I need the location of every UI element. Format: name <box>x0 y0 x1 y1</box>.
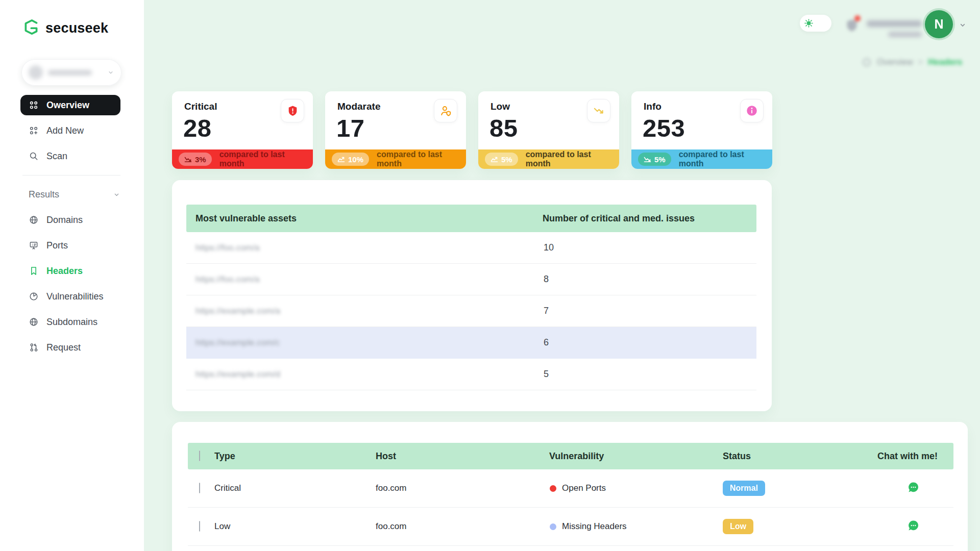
table-row[interactable]: https://example.com/d 5 <box>186 359 756 390</box>
stat-card-label: Info <box>644 101 662 112</box>
pie-chart-icon <box>29 291 39 302</box>
breadcrumb-current[interactable]: Headers <box>928 57 962 67</box>
sidebar-item-scan[interactable]: Scan <box>0 143 144 169</box>
brand-logo: secuseek <box>22 18 108 38</box>
stat-card-value: 85 <box>489 114 518 142</box>
grid-icon <box>29 100 39 110</box>
sidebar-item-headers[interactable]: Headers <box>0 258 144 284</box>
table-row[interactable]: https://foo.com/a 10 <box>186 232 756 264</box>
asset-url-redacted: https://foo.com/a <box>186 243 260 253</box>
delta-value: 10% <box>348 155 363 164</box>
stat-card-footer: 5% compared to last month <box>631 149 772 169</box>
select-all-checkbox[interactable] <box>199 450 200 462</box>
sidebar-item-ports[interactable]: Ports <box>0 233 144 258</box>
row-checkbox[interactable] <box>199 483 200 493</box>
stat-card-value: 17 <box>336 114 365 142</box>
user-name-redacted <box>867 20 922 37</box>
board-icon <box>29 240 39 251</box>
stat-card-footer: 5% compared to last month <box>478 149 619 169</box>
assets-panel: Most vulnerable assets Number of critica… <box>172 180 772 411</box>
delta-pill: 3% <box>179 153 212 166</box>
delta-pill: 10% <box>332 153 369 166</box>
table-row: Critical foo.com Open Ports Normal <box>188 469 953 508</box>
delta-pill: 5% <box>638 153 671 166</box>
trending-down-icon <box>587 99 610 122</box>
sidebar-item-vulnerabilities[interactable]: Vulnerabilities <box>0 284 144 309</box>
issues-table-header: Type Host Vulnerability Status Chat with… <box>188 443 953 469</box>
sidebar: secuseek Owerview <box>0 0 144 551</box>
sidebar-item-label: Request <box>46 342 81 353</box>
trend-up-chart-icon <box>491 156 498 163</box>
vulnerability-label: Open Ports <box>562 483 606 493</box>
asset-url-redacted: https://example.com/d <box>186 369 280 380</box>
stat-card-label: Modarate <box>337 101 380 112</box>
status-badge: Low <box>723 519 753 534</box>
issue-type: Critical <box>214 483 241 493</box>
stat-card-info: Info 253 5% compared to last month <box>631 91 772 169</box>
user-menu-chevron-icon[interactable] <box>959 21 967 31</box>
avatar-initial: N <box>934 17 943 32</box>
stat-card-low: Low 85 5% compared to last month <box>478 91 619 169</box>
col-header-host: Host <box>376 451 396 462</box>
chat-bubble-icon[interactable] <box>907 481 920 496</box>
trend-up-chart-icon <box>337 156 345 163</box>
table-row[interactable]: https://example.com/a 7 <box>186 295 756 327</box>
sidebar-item-domains[interactable]: Domains <box>0 207 144 233</box>
sidebar-item-request[interactable]: Request <box>0 335 144 360</box>
theme-toggle[interactable] <box>800 15 831 32</box>
col-header-chat: Chat with me! <box>877 451 938 462</box>
trend-down-chart-icon <box>184 156 192 163</box>
sidebar-item-label: Ports <box>46 240 68 251</box>
stat-card-label: Low <box>491 101 510 112</box>
issue-type: Low <box>214 521 230 532</box>
footer-text: compared to last month <box>526 150 612 168</box>
sidebar-item-label: Domains <box>46 215 83 226</box>
breadcrumb-overview[interactable]: Overview <box>877 57 913 67</box>
sidebar-item-subdomains[interactable]: Subdomains <box>0 309 144 335</box>
chat-bubble-icon[interactable] <box>907 519 920 534</box>
delta-value: 5% <box>654 155 666 164</box>
avatar[interactable]: N <box>925 10 953 38</box>
sidebar-nav: Owerview Add New Scan <box>0 92 144 360</box>
notification-badge <box>854 15 861 21</box>
sidebar-item-label: Owerview <box>46 100 89 111</box>
notification-shield-icon[interactable] <box>844 17 860 36</box>
stat-card-footer: 10% compared to last month <box>325 149 466 169</box>
sidebar-section-results[interactable]: Results <box>0 182 144 207</box>
asset-issue-count: 10 <box>544 242 554 253</box>
secuseek-logo-icon <box>22 18 40 38</box>
trend-down-chart-icon <box>644 156 651 163</box>
table-row[interactable]: https://foo.com/a 8 <box>186 264 756 295</box>
sidebar-divider <box>22 175 120 176</box>
shield-alert-icon <box>281 99 304 122</box>
footer-text: compared to last month <box>679 150 766 168</box>
breadcrumb-separator: > <box>918 58 923 67</box>
bookmark-icon <box>29 266 39 276</box>
domain-selector[interactable] <box>21 59 121 86</box>
asset-issue-count: 5 <box>544 369 549 380</box>
app-root: secuseek Owerview <box>0 0 980 551</box>
issue-vulnerability: Missing Headers <box>550 521 627 532</box>
sidebar-item-add-new[interactable]: Add New <box>0 118 144 143</box>
stat-card-label: Critical <box>184 101 217 112</box>
stat-card-critical: Critical 28 3% compared to last month <box>172 91 313 169</box>
row-checkbox[interactable] <box>199 521 200 532</box>
asset-issue-count: 6 <box>544 337 549 348</box>
asset-url-redacted: https://example.com/a <box>186 306 280 316</box>
delta-value: 3% <box>195 155 206 164</box>
asset-url-redacted: https://foo.com/a <box>186 274 260 285</box>
asset-issue-count: 7 <box>544 306 549 316</box>
severity-dot <box>550 523 556 530</box>
issues-panel: Type Host Vulnerability Status Chat with… <box>172 422 968 551</box>
stat-card-modarate: Modarate 17 10% compared to last month <box>325 91 466 169</box>
status-badge: Normal <box>723 481 765 496</box>
table-row: Low foo.com Missing Headers Low <box>188 508 953 546</box>
assets-col-header: Most vulnerable assets <box>186 213 297 224</box>
footer-text: compared to last month <box>377 150 459 168</box>
table-row[interactable]: https://example.com/c 6 <box>186 327 756 359</box>
breadcrumb: Overview > Headers <box>862 57 962 67</box>
sidebar-item-owerview[interactable]: Owerview <box>20 95 120 115</box>
issue-host: foo.com <box>376 483 406 493</box>
sun-icon <box>804 18 814 28</box>
chevron-down-icon <box>107 69 114 76</box>
